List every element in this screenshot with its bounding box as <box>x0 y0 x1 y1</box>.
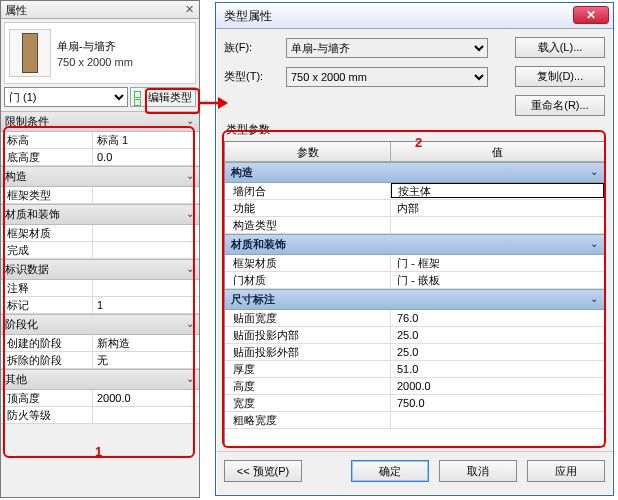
type-param-value[interactable]: 51.0 <box>391 361 604 377</box>
param-value[interactable]: 无 <box>93 352 199 368</box>
param-value[interactable] <box>93 187 199 203</box>
type-row[interactable]: 门材质门 - 嵌板 <box>225 272 604 289</box>
param-name: 完成 <box>1 242 93 258</box>
cancel-button[interactable]: 取消 <box>439 460 517 482</box>
dialog-close-button[interactable]: ✕ <box>573 6 609 24</box>
section-identity[interactable]: 标识数据⌄ <box>1 259 199 280</box>
ok-button[interactable]: 确定 <box>351 460 429 482</box>
param-value[interactable]: 1 <box>93 297 199 313</box>
type-param-name: 粗略宽度 <box>225 412 391 428</box>
section-constraints[interactable]: 限制条件⌄ <box>1 111 199 132</box>
apply-button[interactable]: 应用 <box>527 460 605 482</box>
type-size: 750 x 2000 mm <box>57 56 133 68</box>
grid-constraints: 标高标高 1底高度0.0 <box>1 132 199 166</box>
param-value[interactable] <box>93 407 199 423</box>
grid-row[interactable]: 拆除的阶段无 <box>1 352 199 369</box>
edit-type-icon <box>134 91 146 103</box>
type-param-name: 功能 <box>225 200 391 216</box>
grid-row[interactable]: 底高度0.0 <box>1 149 199 166</box>
type-param-value[interactable]: 按主体 <box>391 183 604 198</box>
type-row[interactable]: 贴面投影外部25.0 <box>225 344 604 361</box>
section-phasing[interactable]: 阶段化⌄ <box>1 314 199 335</box>
type-param-value[interactable]: 76.0 <box>391 310 604 326</box>
type-param-name: 门材质 <box>225 272 391 288</box>
param-name: 注释 <box>1 280 93 296</box>
type-param-value[interactable] <box>391 217 604 233</box>
properties-panel: 属性 ✕ 单扇-与墙齐 750 x 2000 mm 门 (1) 编辑类型 限制条… <box>0 0 200 498</box>
duplicate-button[interactable]: 复制(D)... <box>515 66 605 87</box>
type-row[interactable]: 构造类型 <box>225 217 604 234</box>
type-row[interactable]: 高度2000.0 <box>225 378 604 395</box>
grid-row[interactable]: 创建的阶段新构造 <box>1 335 199 352</box>
type-row[interactable]: 贴面投影内部25.0 <box>225 327 604 344</box>
edit-type-button[interactable]: 编辑类型 <box>130 87 196 107</box>
param-name: 框架类型 <box>1 187 93 203</box>
grid-row[interactable]: 顶高度2000.0 <box>1 390 199 407</box>
type-row[interactable]: 宽度750.0 <box>225 395 604 412</box>
type-param-name: 框架材质 <box>225 255 391 271</box>
param-value[interactable]: 0.0 <box>93 149 199 165</box>
category-filter-select[interactable]: 门 (1) <box>4 87 128 107</box>
chevron-down-icon: ⌄ <box>186 208 194 219</box>
column-header-value[interactable]: 值 <box>391 142 604 161</box>
close-icon[interactable]: ✕ <box>182 2 196 16</box>
type-param-value[interactable]: 2000.0 <box>391 378 604 394</box>
param-name: 框架材质 <box>1 225 93 241</box>
chevron-down-icon: ⌄ <box>186 318 194 329</box>
type-param-value[interactable]: 25.0 <box>391 327 604 343</box>
door-thumbnail-icon <box>9 29 51 77</box>
type-param-value[interactable]: 内部 <box>391 200 604 216</box>
param-value[interactable] <box>93 225 199 241</box>
param-value[interactable] <box>93 242 199 258</box>
param-value[interactable] <box>93 280 199 296</box>
grid-row[interactable]: 标记1 <box>1 297 199 314</box>
type-row[interactable]: 贴面宽度76.0 <box>225 310 604 327</box>
type-selector[interactable]: 单扇-与墙齐 750 x 2000 mm <box>4 22 196 84</box>
type-section-dimensions[interactable]: 尺寸标注⌄ <box>225 289 604 310</box>
type-section-materials[interactable]: 材质和装饰⌄ <box>225 234 604 255</box>
param-name: 底高度 <box>1 149 93 165</box>
grid-row[interactable]: 注释 <box>1 280 199 297</box>
type-row[interactable]: 功能内部 <box>225 200 604 217</box>
param-name: 顶高度 <box>1 390 93 406</box>
type-row[interactable]: 墙闭合按主体 <box>225 183 604 200</box>
section-construction[interactable]: 构造⌄ <box>1 166 199 187</box>
type-row[interactable]: 粗略宽度 <box>225 412 604 429</box>
chevron-down-icon: ⌄ <box>186 115 194 126</box>
type-label: 类型(T): <box>224 69 286 84</box>
param-value[interactable]: 新构造 <box>93 335 199 351</box>
type-param-name: 贴面宽度 <box>225 310 391 326</box>
grid-row[interactable]: 完成 <box>1 242 199 259</box>
family-select[interactable]: 单扇-与墙齐 <box>286 38 488 58</box>
grid-identity: 注释标记1 <box>1 280 199 314</box>
type-param-value[interactable]: 25.0 <box>391 344 604 360</box>
chevron-down-icon: ⌄ <box>590 166 598 177</box>
grid-row[interactable]: 框架材质 <box>1 225 199 242</box>
edit-type-label: 编辑类型 <box>148 90 192 105</box>
section-other[interactable]: 其他⌄ <box>1 369 199 390</box>
load-button[interactable]: 载入(L)... <box>515 37 605 58</box>
preview-button[interactable]: << 预览(P) <box>224 460 302 482</box>
type-section-construction[interactable]: 构造⌄ <box>225 162 604 183</box>
chevron-down-icon: ⌄ <box>186 170 194 181</box>
param-value[interactable]: 标高 1 <box>93 132 199 148</box>
dialog-titlebar: 类型属性 ✕ <box>216 3 613 29</box>
type-param-value[interactable] <box>391 412 604 428</box>
type-select[interactable]: 750 x 2000 mm <box>286 67 488 87</box>
param-name: 防火等级 <box>1 407 93 423</box>
grid-row[interactable]: 框架类型 <box>1 187 199 204</box>
column-header-param[interactable]: 参数 <box>225 142 391 161</box>
chevron-down-icon: ⌄ <box>590 238 598 249</box>
type-param-value[interactable]: 门 - 嵌板 <box>391 272 604 288</box>
param-name: 拆除的阶段 <box>1 352 93 368</box>
section-materials[interactable]: 材质和装饰⌄ <box>1 204 199 225</box>
type-param-value[interactable]: 门 - 框架 <box>391 255 604 271</box>
rename-button[interactable]: 重命名(R)... <box>515 95 605 116</box>
param-value[interactable]: 2000.0 <box>93 390 199 406</box>
properties-title-text: 属性 <box>5 4 27 16</box>
type-row[interactable]: 厚度51.0 <box>225 361 604 378</box>
grid-row[interactable]: 防火等级 <box>1 407 199 424</box>
grid-row[interactable]: 标高标高 1 <box>1 132 199 149</box>
type-row[interactable]: 框架材质门 - 框架 <box>225 255 604 272</box>
type-param-value[interactable]: 750.0 <box>391 395 604 411</box>
